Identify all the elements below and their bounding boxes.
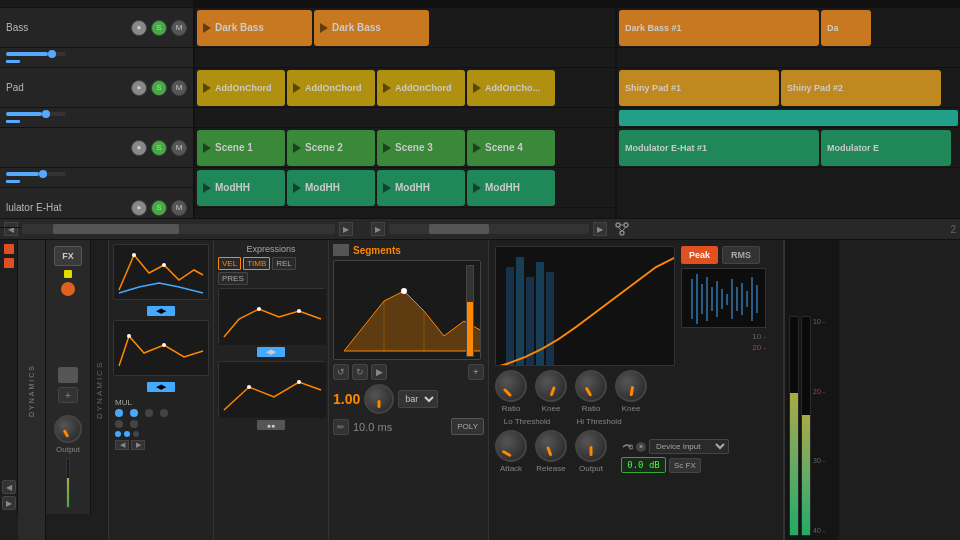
pres-btn[interactable]: PRES	[218, 272, 248, 285]
track-mute-3[interactable]: M	[171, 140, 187, 156]
dot-4[interactable]	[160, 409, 168, 417]
seg-unit-select[interactable]: bar	[398, 390, 438, 408]
folder-btn[interactable]	[333, 244, 349, 256]
sidebar-arrow-btn2[interactable]: ▶	[2, 496, 16, 510]
clip-dark-bass-1[interactable]: Dark Bass	[197, 10, 312, 46]
play-btn[interactable]: ▶	[371, 364, 387, 380]
output-knob[interactable]	[54, 415, 82, 443]
track-volume-pad[interactable]	[6, 112, 66, 116]
r-clip-ehat-1[interactable]: Modulator E-Hat #1	[619, 130, 819, 166]
track-mute-bass[interactable]: M	[171, 20, 187, 36]
track-solo-ehat[interactable]: S	[151, 200, 167, 216]
sidebar-arrow-btn[interactable]: ◀	[2, 480, 16, 494]
add-device-btn[interactable]: +	[58, 387, 78, 403]
clip-modhh-1[interactable]: ModHH	[197, 170, 285, 206]
undo-btn[interactable]: ↺	[333, 364, 349, 380]
ratio1-knob[interactable]	[495, 370, 527, 402]
nav-arrow-right3[interactable]: ▶	[593, 222, 607, 236]
release-knob[interactable]	[535, 430, 567, 462]
mul-left[interactable]: ◀	[115, 440, 129, 450]
nav-arrow-right[interactable]: ▶	[339, 222, 353, 236]
clip-add-chord-4[interactable]: AddOnCho...	[467, 70, 555, 106]
comp-output-knob[interactable]	[575, 430, 607, 462]
redo-btn[interactable]: ↻	[352, 364, 368, 380]
dot-s3[interactable]	[133, 431, 139, 437]
attack-knob[interactable]	[495, 430, 527, 462]
env-left-2[interactable]: ◀▶	[147, 382, 175, 392]
mul-right[interactable]: ▶	[131, 440, 145, 450]
remove-device-input[interactable]: ×	[636, 442, 646, 452]
pencil-btn[interactable]: ✏	[333, 419, 349, 435]
dot-grid	[115, 409, 207, 428]
knee1-knob[interactable]	[535, 370, 567, 402]
vel-btn[interactable]: VEL	[218, 257, 241, 270]
peak-button[interactable]: Peak	[681, 246, 718, 264]
clip-add-chord-1[interactable]: AddOnChord	[197, 70, 285, 106]
svg-rect-15	[219, 362, 326, 418]
r-clip-shiny-1[interactable]: Shiny Pad #1	[619, 70, 779, 106]
track-solo-pad[interactable]: S	[151, 80, 167, 96]
segments-display	[333, 260, 481, 360]
env-left-1[interactable]: ◀▶	[147, 306, 175, 316]
r-clip-shiny-2[interactable]: Shiny Pad #2	[781, 70, 941, 106]
dot-6[interactable]	[130, 420, 138, 428]
track-activate-pad[interactable]: ●	[131, 80, 147, 96]
track-volume-3[interactable]	[6, 172, 66, 176]
seg-knob[interactable]	[364, 384, 394, 414]
device-input-select[interactable]: Device Input	[649, 439, 729, 454]
track-solo-bass[interactable]: S	[151, 20, 167, 36]
r-clip-ehat-2[interactable]: Modulator E	[821, 130, 951, 166]
svg-point-16	[247, 385, 251, 389]
sc-fx-btn[interactable]: Sc FX	[669, 458, 701, 473]
routing-icon[interactable]	[615, 222, 629, 236]
clip-scene-4[interactable]: Scene 4	[467, 130, 555, 166]
clip-scene-3[interactable]: Scene 3	[377, 130, 465, 166]
clip-modhh-3[interactable]: ModHH	[377, 170, 465, 206]
dot-s2[interactable]	[124, 431, 130, 437]
folder-icon[interactable]	[58, 367, 78, 383]
sidechain-icon[interactable]	[621, 441, 633, 453]
track-activate-ehat[interactable]: ●	[131, 200, 147, 216]
ratio2-knob[interactable]	[575, 370, 607, 402]
nav-scrollbar-right[interactable]	[389, 224, 589, 234]
r-clip-dark-bass-2[interactable]: Da	[821, 10, 871, 46]
clip-add-chord-3[interactable]: AddOnChord	[377, 70, 465, 106]
power-button[interactable]	[61, 282, 75, 296]
timb-btn[interactable]: TIMB	[243, 257, 270, 270]
r-clip-dark-bass-1[interactable]: Dark Bass #1	[619, 10, 819, 46]
knee2-knob[interactable]	[615, 370, 647, 402]
clip-dark-bass-2[interactable]: Dark Bass	[314, 10, 429, 46]
nav-scrollbar-left[interactable]	[22, 224, 335, 234]
dot-5[interactable]	[115, 420, 123, 428]
nav-arrow-right2[interactable]: ▶	[371, 222, 385, 236]
poly-btn[interactable]: POLY	[451, 418, 484, 435]
track-vertical-text: DYNAMICS	[28, 364, 35, 417]
dot-2[interactable]	[130, 409, 138, 417]
track-mute-ehat[interactable]: M	[171, 200, 187, 216]
track-activate-3[interactable]: ●	[131, 140, 147, 156]
rms-button[interactable]: RMS	[722, 246, 760, 264]
arrange-view: Bass ● S M Pad ● S M	[0, 0, 960, 218]
clip-modhh-2[interactable]: ModHH	[287, 170, 375, 206]
fx-button[interactable]: FX	[54, 246, 82, 266]
dot-1[interactable]	[115, 409, 123, 417]
scale-20: 20 -	[752, 343, 766, 352]
clip-modhh-4[interactable]: ModHH	[467, 170, 555, 206]
rel-btn[interactable]: REL	[272, 257, 296, 270]
comp-output-label: Output	[579, 464, 603, 473]
track-mute-pad[interactable]: M	[171, 80, 187, 96]
clip-scene-1[interactable]: Scene 1	[197, 130, 285, 166]
add-seg-btn[interactable]: +	[468, 364, 484, 380]
r-clip-row-pad: Shiny Pad #1 Shiny Pad #2	[617, 68, 960, 108]
expr-nav-btn2[interactable]: ●●	[257, 420, 285, 430]
clip-add-chord-2[interactable]: AddOnChord	[287, 70, 375, 106]
level-scale: 10 - 20 - 30 - 40 -	[813, 316, 825, 536]
dot-3[interactable]	[145, 409, 153, 417]
right-arrange: Dark Bass #1 Da Shiny Pad #1 Shiny Pad #…	[615, 0, 960, 218]
track-activate-bass[interactable]: ●	[131, 20, 147, 36]
expr-nav-btn[interactable]: ◀▶	[257, 347, 285, 357]
clip-scene-2[interactable]: Scene 2	[287, 130, 375, 166]
track-volume-bass[interactable]	[6, 52, 66, 56]
dot-s1[interactable]	[115, 431, 121, 437]
track-solo-3[interactable]: S	[151, 140, 167, 156]
